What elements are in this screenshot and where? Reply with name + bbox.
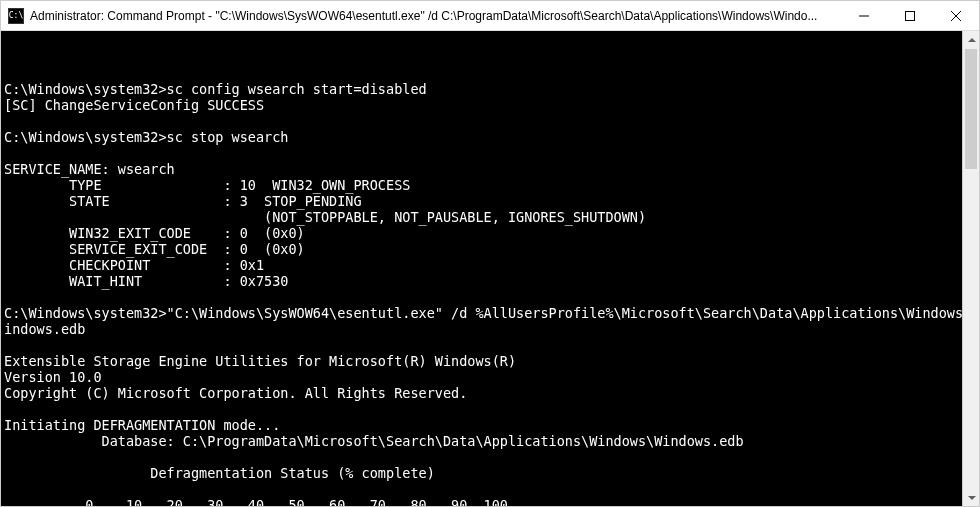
terminal-line: Extensible Storage Engine Utilities for … (4, 353, 976, 369)
close-button[interactable] (933, 1, 979, 31)
terminal-line: STATE : 3 STOP_PENDING (4, 193, 976, 209)
terminal-line (4, 337, 976, 353)
titlebar[interactable]: C:\ Administrator: Command Prompt - "C:\… (1, 1, 979, 31)
terminal-line (4, 481, 976, 497)
terminal-line: C:\Windows\system32>"C:\Windows\SysWOW64… (4, 305, 976, 321)
terminal-line: Copyright (C) Microsoft Corporation. All… (4, 385, 976, 401)
svg-marker-4 (968, 38, 976, 42)
svg-rect-1 (906, 11, 915, 20)
vertical-scrollbar[interactable] (962, 31, 979, 506)
terminal-line: [SC] ChangeServiceConfig SUCCESS (4, 97, 976, 113)
terminal-line: SERVICE_EXIT_CODE : 0 (0x0) (4, 241, 976, 257)
terminal-output: C:\Windows\system32>sc config wsearch st… (1, 63, 979, 506)
minimize-button[interactable] (841, 1, 887, 31)
terminal-line: C:\Windows\system32>sc config wsearch st… (4, 81, 976, 97)
terminal-line: WIN32_EXIT_CODE : 0 (0x0) (4, 225, 976, 241)
terminal-line (4, 401, 976, 417)
scroll-down-button[interactable] (963, 489, 979, 506)
terminal-line: Defragmentation Status (% complete) (4, 465, 976, 481)
svg-marker-5 (968, 496, 976, 500)
scroll-up-button[interactable] (963, 31, 979, 48)
terminal-area[interactable]: C:\Windows\system32>sc config wsearch st… (1, 31, 979, 506)
terminal-line: Database: C:\ProgramData\Microsoft\Searc… (4, 433, 976, 449)
terminal-line: Version 10.0 (4, 369, 976, 385)
terminal-line (4, 65, 976, 81)
terminal-line: TYPE : 10 WIN32_OWN_PROCESS (4, 177, 976, 193)
maximize-button[interactable] (887, 1, 933, 31)
terminal-line (4, 449, 976, 465)
terminal-line (4, 145, 976, 161)
scroll-thumb[interactable] (965, 49, 977, 169)
terminal-line: SERVICE_NAME: wsearch (4, 161, 976, 177)
terminal-line: (NOT_STOPPABLE, NOT_PAUSABLE, IGNORES_SH… (4, 209, 976, 225)
window-title: Administrator: Command Prompt - "C:\Wind… (30, 9, 841, 23)
window-frame: C:\ Administrator: Command Prompt - "C:\… (0, 0, 980, 507)
terminal-line: CHECKPOINT : 0x1 (4, 257, 976, 273)
terminal-line (4, 113, 976, 129)
terminal-line: Initiating DEFRAGMENTATION mode... (4, 417, 976, 433)
terminal-line (4, 289, 976, 305)
terminal-line: 0 10 20 30 40 50 60 70 80 90 100 (4, 497, 976, 506)
cmd-icon-text: C:\ (9, 11, 23, 20)
terminal-line: indows.edb (4, 321, 976, 337)
cmd-icon: C:\ (8, 8, 24, 24)
terminal-line: C:\Windows\system32>sc stop wsearch (4, 129, 976, 145)
terminal-line: WAIT_HINT : 0x7530 (4, 273, 976, 289)
